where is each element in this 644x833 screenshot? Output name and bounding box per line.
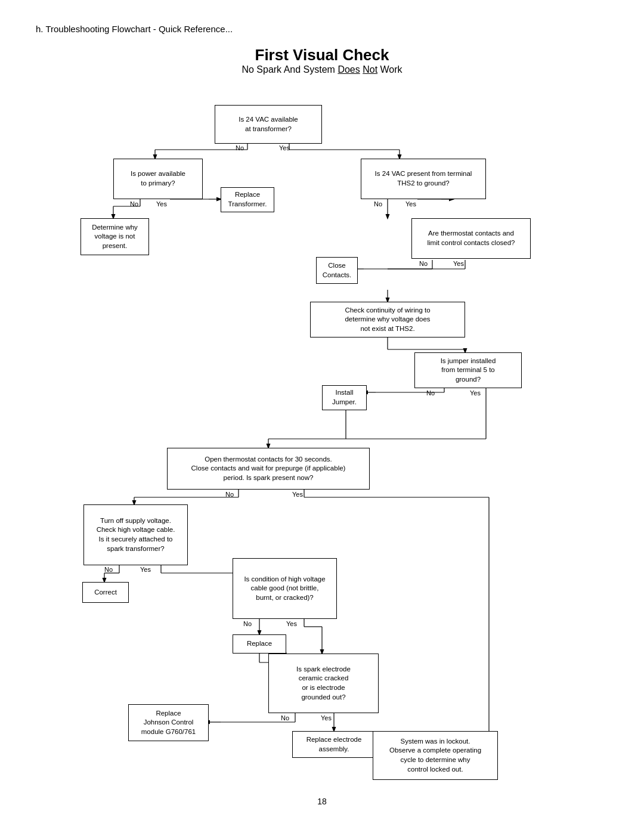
box-replace-module: ReplaceJohnson Controlmodule G760/761 bbox=[128, 704, 209, 741]
b14-yes-label: Yes bbox=[286, 620, 297, 627]
page-number: 18 bbox=[36, 797, 608, 806]
b11-yes-label: Yes bbox=[292, 491, 303, 498]
box-determine-voltage: Determine whyvoltage is notpresent. bbox=[80, 218, 149, 255]
subtitle: No Spark And System Does Not Work bbox=[36, 64, 608, 75]
box-check-continuity: Check continuity of wiring todetermine w… bbox=[310, 302, 465, 337]
b2-no-label: No bbox=[130, 200, 138, 208]
box-install-jumper: InstallJumper. bbox=[322, 385, 367, 410]
b6-yes-label: Yes bbox=[453, 260, 464, 267]
b14-no-label: No bbox=[243, 620, 252, 627]
box-replace: Replace bbox=[233, 634, 286, 654]
b11-no-label: No bbox=[225, 491, 234, 498]
main-title: First Visual Check bbox=[36, 46, 608, 64]
b12-no-label: No bbox=[104, 566, 113, 573]
b9-no-label: No bbox=[426, 389, 435, 397]
box-correct: Correct bbox=[82, 582, 129, 603]
b9-yes-label: Yes bbox=[470, 389, 481, 397]
box-close-contacts: CloseContacts. bbox=[316, 257, 358, 284]
b1-yes-label: Yes bbox=[279, 144, 290, 151]
box-cable-condition: Is condition of high voltagecable good (… bbox=[233, 558, 337, 619]
box-24vac-ths2: Is 24 VAC present from terminalTHS2 to g… bbox=[361, 159, 486, 199]
box-thermostat-contacts: Are thermostat contacts andlimit control… bbox=[411, 218, 531, 259]
title-section: First Visual Check No Spark And System D… bbox=[36, 46, 608, 75]
b16-no-label: No bbox=[281, 714, 289, 721]
box-24vac-transformer: Is 24 VAC availableat transformer? bbox=[215, 105, 322, 144]
b2-yes-label: Yes bbox=[156, 200, 167, 208]
box-spark-electrode: Is spark electrodeceramic crackedor is e… bbox=[268, 654, 379, 713]
box-jumper-installed: Is jumper installedfrom terminal 5 togro… bbox=[414, 352, 522, 388]
b12-yes-label: Yes bbox=[140, 566, 151, 573]
b1-no-label: No bbox=[236, 144, 244, 151]
b16-yes-label: Yes bbox=[321, 714, 332, 721]
page: h. Troubleshooting Flowchart - Quick Ref… bbox=[0, 0, 644, 833]
b5-no-label: No bbox=[374, 200, 382, 208]
flowchart-area: Is 24 VAC availableat transformer? No Ye… bbox=[36, 81, 608, 785]
header-reference: h. Troubleshooting Flowchart - Quick Ref… bbox=[36, 24, 608, 34]
b6-no-label: No bbox=[419, 260, 428, 267]
box-power-primary: Is power availableto primary? bbox=[113, 159, 203, 199]
box-open-thermostat: Open thermostat contacts for 30 seconds.… bbox=[167, 448, 370, 490]
b5-yes-label: Yes bbox=[405, 200, 416, 208]
box-replace-transformer: ReplaceTransformer. bbox=[221, 187, 274, 212]
box-lockout: System was in lockout.Observe a complete… bbox=[373, 731, 498, 780]
box-turn-off-supply: Turn off supply voltage.Check high volta… bbox=[83, 504, 188, 565]
box-replace-electrode: Replace electrodeassembly. bbox=[292, 731, 376, 758]
